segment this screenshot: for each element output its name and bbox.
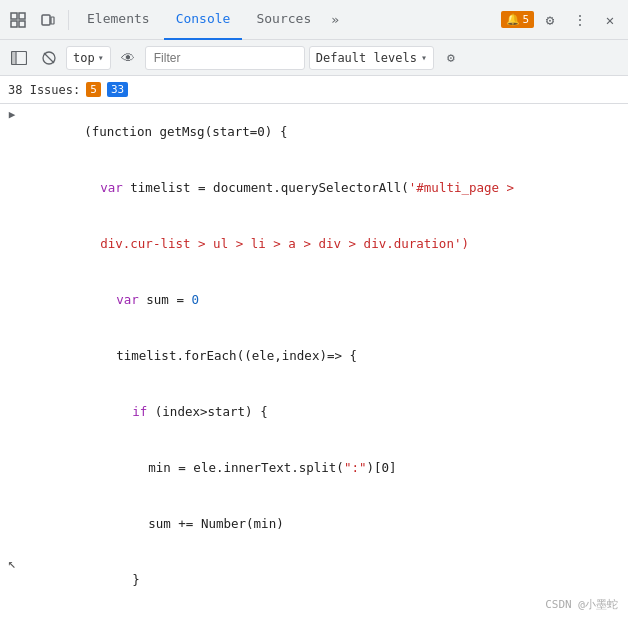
- code-line-5: timelist.forEach((ele,index)=> {: [0, 328, 628, 384]
- eye-icon[interactable]: 👁: [115, 45, 141, 71]
- svg-rect-5: [51, 17, 54, 24]
- svg-rect-2: [11, 21, 17, 27]
- console-toolbar: top ▾ 👁 Default levels ▾ ⚙: [0, 40, 628, 76]
- code-text-3: div.cur-list > ul > li > a > div > div.d…: [24, 217, 628, 271]
- svg-rect-3: [19, 21, 25, 27]
- code-line-4: var sum = 0: [0, 272, 628, 328]
- code-line-10: }): [0, 608, 628, 620]
- inspect-icon[interactable]: [4, 6, 32, 34]
- code-text-6: if (index>start) {: [24, 385, 628, 439]
- code-text-7: min = ele.innerText.split(":")[0]: [24, 441, 628, 495]
- code-text-8: sum += Number(min): [24, 497, 628, 551]
- svg-rect-4: [42, 15, 50, 25]
- tab-console[interactable]: Console: [164, 0, 243, 40]
- clear-console-icon[interactable]: [36, 45, 62, 71]
- console-settings-icon[interactable]: ⚙: [438, 45, 464, 71]
- filter-input[interactable]: [145, 46, 305, 70]
- console-output: ▶ (function getMsg(start=0) { var timeli…: [0, 104, 628, 620]
- code-line-7: min = ele.innerText.split(":")[0]: [0, 440, 628, 496]
- context-dropdown-icon: ▾: [98, 52, 104, 63]
- code-text-10: }): [24, 609, 628, 620]
- sidebar-toggle-icon[interactable]: [6, 45, 32, 71]
- watermark: CSDN @小墨蛇: [545, 597, 618, 612]
- code-text-5: timelist.forEach((ele,index)=> {: [24, 329, 628, 383]
- warning-count-badge[interactable]: 5: [86, 82, 101, 97]
- code-line-3: div.cur-list > ul > li > a > div > div.d…: [0, 216, 628, 272]
- code-text-4: var sum = 0: [24, 273, 628, 327]
- code-line-2: var timelist = document.querySelectorAll…: [0, 160, 628, 216]
- code-text-1: (function getMsg(start=0) {: [24, 105, 628, 159]
- more-options-icon[interactable]: ⋮: [566, 6, 594, 34]
- code-line-6: if (index>start) {: [0, 384, 628, 440]
- code-block: ▶ (function getMsg(start=0) { var timeli…: [0, 104, 628, 620]
- svg-rect-7: [12, 51, 16, 64]
- more-tabs[interactable]: »: [325, 0, 345, 40]
- svg-rect-0: [11, 13, 17, 19]
- log-levels-selector[interactable]: Default levels ▾: [309, 46, 434, 70]
- code-line-1: ▶ (function getMsg(start=0) {: [0, 104, 628, 160]
- issues-bar: 38 Issues: 5 33: [0, 76, 628, 104]
- warning-badge[interactable]: 🔔 5: [501, 11, 534, 28]
- divider: [68, 10, 69, 30]
- devtools-toolbar: Elements Console Sources » 🔔 5 ⚙ ⋮ ✕: [0, 0, 628, 40]
- device-icon[interactable]: [34, 6, 62, 34]
- levels-dropdown-icon: ▾: [421, 52, 427, 63]
- svg-line-10: [44, 53, 54, 63]
- code-text-9: }: [24, 553, 628, 607]
- tab-elements[interactable]: Elements: [75, 0, 162, 40]
- settings-icon[interactable]: ⚙: [536, 6, 564, 34]
- tab-sources[interactable]: Sources: [244, 0, 323, 40]
- code-text-2: var timelist = document.querySelectorAll…: [24, 161, 628, 215]
- context-selector[interactable]: top ▾: [66, 46, 111, 70]
- expand-arrow[interactable]: ▶: [0, 105, 24, 124]
- close-icon[interactable]: ✕: [596, 6, 624, 34]
- info-count-badge[interactable]: 33: [107, 82, 128, 97]
- svg-rect-1: [19, 13, 25, 19]
- code-line-9: ↖ }: [0, 552, 628, 608]
- code-line-8: sum += Number(min): [0, 496, 628, 552]
